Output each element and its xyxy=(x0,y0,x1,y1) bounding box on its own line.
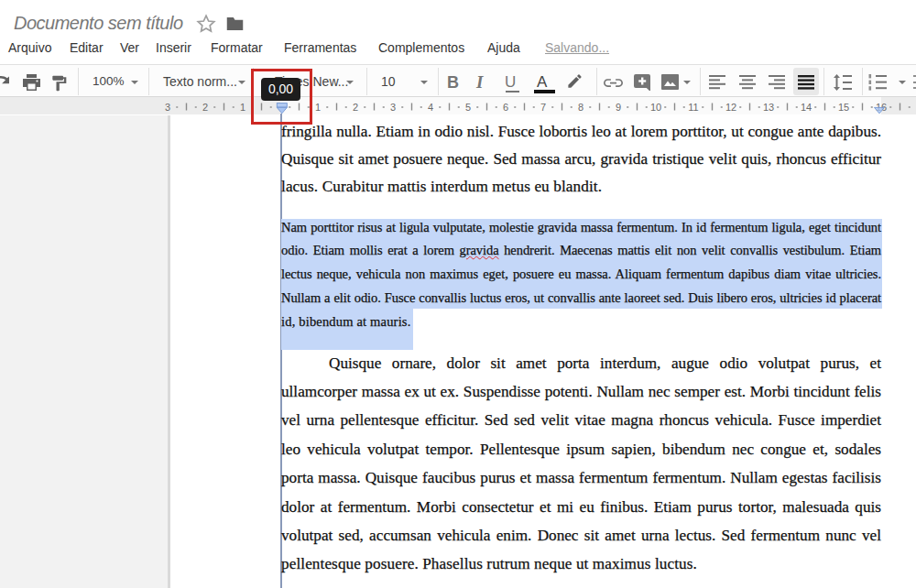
svg-text:15: 15 xyxy=(838,102,849,113)
svg-text:9: 9 xyxy=(616,102,621,113)
svg-text:8: 8 xyxy=(578,102,583,113)
svg-text:2: 2 xyxy=(353,102,358,113)
svg-text:3: 3 xyxy=(390,102,396,113)
svg-text:6: 6 xyxy=(503,102,508,113)
svg-text:7: 7 xyxy=(540,102,546,113)
svg-text:5: 5 xyxy=(465,102,471,113)
svg-text:13: 13 xyxy=(763,102,774,113)
svg-text:2: 2 xyxy=(202,102,208,113)
svg-text:3: 3 xyxy=(165,102,170,113)
svg-text:12: 12 xyxy=(725,102,736,113)
svg-text:4: 4 xyxy=(428,102,433,113)
svg-text:10: 10 xyxy=(650,102,661,113)
svg-text:11: 11 xyxy=(688,102,698,113)
svg-text:1: 1 xyxy=(240,102,245,113)
svg-text:1: 1 xyxy=(315,102,321,113)
svg-text:14: 14 xyxy=(801,102,812,113)
